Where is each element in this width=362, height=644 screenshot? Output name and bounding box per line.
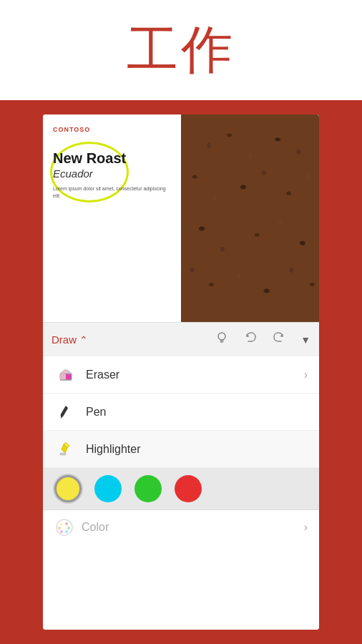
swatch-red[interactable] xyxy=(175,475,202,502)
svg-point-17 xyxy=(58,527,61,530)
eraser-chevron-icon: › xyxy=(304,369,308,381)
svg-marker-4 xyxy=(61,406,68,416)
top-header: 工作 xyxy=(0,0,362,100)
slide-brand: CONTOSO xyxy=(53,126,171,133)
main-card: CONTOSO New Roast Ecuador Lorem ipsum do… xyxy=(43,114,319,630)
toolbar-icons: ▼ xyxy=(215,331,310,348)
slide-preview: CONTOSO New Roast Ecuador Lorem ipsum do… xyxy=(43,114,319,322)
svg-point-15 xyxy=(65,530,68,533)
color-chevron-icon: › xyxy=(304,521,308,534)
color-picker-row[interactable]: Color › xyxy=(43,510,319,545)
slide-subtitle: Ecuador xyxy=(53,167,171,180)
eraser-row[interactable]: Eraser › xyxy=(43,356,319,394)
svg-point-16 xyxy=(60,530,63,533)
pen-icon xyxy=(57,404,74,421)
highlighter-icon xyxy=(57,441,74,458)
tool-list: Eraser › Pen xyxy=(43,356,319,630)
slide-right xyxy=(181,114,319,322)
highlighter-icon-wrap xyxy=(54,441,77,458)
slide-title: New Roast xyxy=(53,150,171,166)
svg-point-18 xyxy=(62,525,67,530)
swatch-green[interactable] xyxy=(134,475,162,502)
slide-left: CONTOSO New Roast Ecuador Lorem ipsum do… xyxy=(43,114,181,322)
lightbulb-icon[interactable] xyxy=(215,331,229,348)
app-title: 工作 xyxy=(127,16,235,84)
eraser-label: Eraser xyxy=(86,369,304,381)
svg-point-14 xyxy=(67,527,70,530)
pen-icon-wrap xyxy=(54,404,77,421)
slide-body: Lorem ipsum dolor sit amet, consectetur … xyxy=(53,185,171,200)
svg-point-0 xyxy=(218,333,225,340)
color-label: Color xyxy=(82,521,304,534)
eraser-icon-wrap xyxy=(54,366,77,384)
draw-chevron-icon[interactable]: ⌃ xyxy=(79,334,88,346)
draw-toolbar: Draw ⌃ ▼ xyxy=(43,322,319,356)
highlighter-row[interactable]: Highlighter xyxy=(43,431,319,468)
eraser-icon xyxy=(57,366,74,384)
color-swatches xyxy=(43,468,319,510)
svg-rect-2 xyxy=(60,374,66,380)
swatch-cyan[interactable] xyxy=(94,475,122,502)
pen-label: Pen xyxy=(86,406,308,419)
color-palette-icon xyxy=(54,517,74,537)
redo-icon[interactable] xyxy=(272,331,286,348)
coffee-image xyxy=(181,114,319,322)
highlighter-label: Highlighter xyxy=(86,443,308,456)
undo-icon[interactable] xyxy=(243,331,258,348)
svg-marker-5 xyxy=(61,416,63,419)
draw-label: Draw xyxy=(52,333,77,346)
svg-rect-9 xyxy=(60,453,66,455)
pen-row[interactable]: Pen xyxy=(43,394,319,431)
swatch-yellow[interactable] xyxy=(54,475,82,502)
toolbar-dropdown-icon[interactable]: ▼ xyxy=(300,334,310,346)
